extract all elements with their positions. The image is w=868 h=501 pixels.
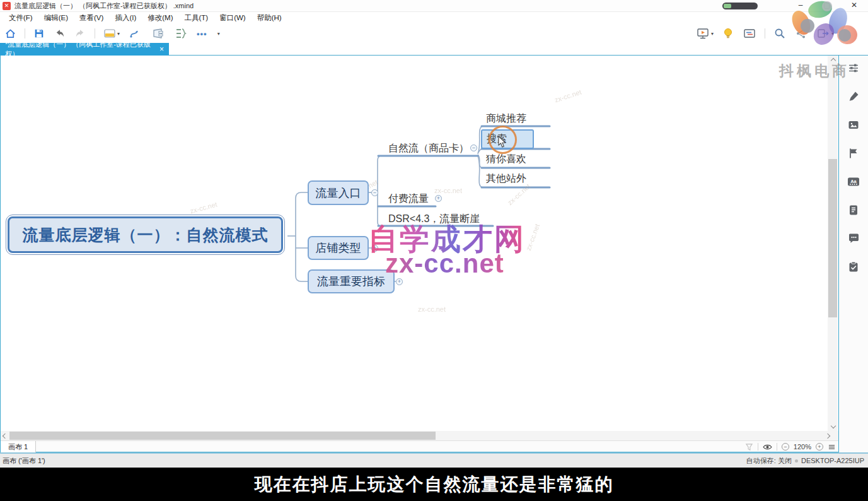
share-button[interactable]: [790, 25, 812, 42]
more-tools-button[interactable]: •••: [192, 25, 212, 42]
topic-key-metrics[interactable]: 流量重要指标: [308, 269, 395, 293]
format-panel-icon: [743, 27, 756, 40]
topic-paid-traffic[interactable]: 付费流量: [388, 192, 429, 206]
notes-icon[interactable]: [847, 204, 860, 216]
menu-modify[interactable]: 修改(M): [142, 12, 178, 24]
style-icon: [103, 28, 116, 39]
right-sidebar: Aa: [839, 56, 868, 452]
topic-guess-you-like[interactable]: 猜你喜欢: [486, 153, 526, 166]
autosave-status: 自动保存: 关闭: [746, 456, 792, 466]
more-dots-icon: •••: [197, 29, 207, 38]
topic-traffic-entrance[interactable]: 流量入口: [308, 180, 369, 205]
canvas-container: zx-cc.net zx-cc.net zx-cc.net zx-cc.net …: [0, 56, 839, 452]
document-tab-bar: *流量底层逻辑（一） （阿枫工作室-课程已获版权） ×: [0, 43, 868, 56]
share-icon: [795, 27, 807, 40]
menu-help[interactable]: 帮助(H): [252, 12, 287, 24]
tips-button[interactable]: [718, 25, 738, 42]
style-brush-icon[interactable]: [847, 90, 860, 103]
collapse-handle[interactable]: −: [470, 144, 477, 151]
zoom-level[interactable]: 120%: [794, 443, 811, 451]
vertical-scroll-thumb[interactable]: [828, 159, 837, 317]
title-bar: ✕ 流量底层逻辑（一） （阿枫工作室-课程已获版权） .xmind – ▢ ✕: [0, 0, 868, 12]
illustration-icon[interactable]: [847, 119, 860, 131]
recording-indicator: [722, 3, 758, 9]
lightbulb-icon: [722, 27, 734, 40]
window-title: 流量底层逻辑（一） （阿枫工作室-课程已获版权） .xmind: [14, 1, 194, 11]
central-topic[interactable]: 流量底层逻辑（一）：自然流模式: [6, 215, 285, 255]
video-subtitle-bar: 现在在抖店上玩这个自然流量还是非常猛的: [0, 468, 868, 501]
relationship-icon: [129, 27, 142, 40]
menu-window[interactable]: 窗口(W): [214, 12, 251, 24]
collapse-handle[interactable]: −: [371, 189, 378, 196]
svg-text:Aa: Aa: [850, 179, 857, 184]
mouse-cursor: [498, 136, 507, 148]
home-icon: [4, 28, 16, 40]
task-checklist-icon[interactable]: [847, 261, 860, 273]
expand-handle[interactable]: +: [435, 195, 442, 202]
menu-tools[interactable]: 工具(T): [179, 12, 213, 24]
sheet-tab-canvas1[interactable]: 画布 1: [1, 441, 36, 452]
style-caret[interactable]: ▾: [117, 31, 120, 37]
document-tab[interactable]: *流量底层逻辑（一） （阿枫工作室-课程已获版权） ×: [0, 43, 169, 56]
marker-flag-icon[interactable]: [847, 147, 860, 160]
format-panel-button[interactable]: [738, 25, 761, 42]
horizontal-scrollbar[interactable]: [1, 431, 838, 440]
app-logo-icon: ✕: [3, 2, 11, 10]
status-bar: 画布 ('画布 1') 自动保存: 关闭 DESKTOP-A225IUP: [0, 452, 868, 468]
watermark-scatter: zx-cc.net: [418, 305, 446, 313]
vertical-scrollbar[interactable]: [828, 56, 838, 431]
subtitle-text: 现在在抖店上玩这个自然流量还是非常猛的: [255, 473, 614, 497]
scroll-down-icon[interactable]: [830, 423, 836, 429]
save-icon: [33, 28, 45, 39]
search-button[interactable]: [769, 25, 790, 42]
search-icon: [773, 27, 786, 40]
comment-icon[interactable]: [847, 232, 860, 245]
boundary-icon: [151, 27, 165, 40]
export-button[interactable]: ▾: [812, 25, 838, 42]
topic-shop-type[interactable]: 店铺类型: [308, 236, 369, 260]
menu-insert[interactable]: 插入(I): [110, 12, 141, 24]
tab-close-icon[interactable]: ×: [159, 45, 164, 54]
toolbar-overflow-caret[interactable]: ▾: [212, 25, 224, 42]
minimize-button[interactable]: –: [791, 0, 810, 12]
view-eye-icon[interactable]: [763, 444, 772, 451]
watermark-scatter: zx-cc.net: [434, 187, 462, 194]
scroll-right-icon[interactable]: [825, 433, 831, 439]
central-topic-label: 流量底层逻辑（一）：自然流模式: [8, 216, 283, 253]
summary-button[interactable]: [170, 25, 192, 42]
mindmap-canvas[interactable]: zx-cc.net zx-cc.net zx-cc.net zx-cc.net …: [1, 56, 838, 431]
presentation-icon: [696, 27, 710, 40]
zoom-out-button[interactable]: −: [782, 443, 789, 451]
presentation-button[interactable]: ▾: [692, 25, 718, 42]
redo-icon: [74, 28, 86, 40]
device-name: DESKTOP-A225IUP: [801, 457, 864, 464]
menu-bar: 文件(F) 编辑(E) 查看(V) 插入(I) 修改(M) 工具(T) 窗口(W…: [0, 12, 868, 24]
undo-icon: [54, 28, 66, 40]
maximize-button[interactable]: ▢: [818, 0, 836, 12]
fit-map-icon[interactable]: [828, 444, 836, 451]
expand-handle[interactable]: +: [396, 278, 403, 285]
filter-icon[interactable]: [745, 443, 753, 451]
topic-mall-recommend[interactable]: 商城推荐: [486, 112, 526, 126]
sticker-icon[interactable]: Aa: [847, 175, 860, 188]
sheet-bar: 画布 1 − 120% +: [1, 440, 838, 452]
topic-other-offsite[interactable]: 其他站外: [486, 172, 526, 186]
separator-dot: [795, 459, 798, 463]
menu-view[interactable]: 查看(V): [74, 12, 108, 24]
scroll-left-icon[interactable]: [2, 433, 8, 439]
status-sheet-info: 画布 ('画布 1'): [3, 456, 45, 466]
xmind-window: ✕ 流量底层逻辑（一） （阿枫工作室-课程已获版权） .xmind – ▢ ✕ …: [0, 0, 868, 501]
menu-edit[interactable]: 编辑(E): [39, 12, 73, 24]
watermark-site-url: zx-cc.net: [385, 249, 504, 279]
menu-file[interactable]: 文件(F): [4, 12, 38, 24]
close-button[interactable]: ✕: [845, 0, 864, 12]
topic-natural-flow[interactable]: 自然流（商品卡）: [388, 142, 469, 155]
zoom-in-button[interactable]: +: [816, 443, 823, 451]
horizontal-scroll-thumb[interactable]: [9, 432, 436, 440]
summary-icon: [174, 27, 188, 40]
export-icon: [816, 27, 830, 40]
watermark-brand: 抖枫电商: [779, 61, 850, 81]
